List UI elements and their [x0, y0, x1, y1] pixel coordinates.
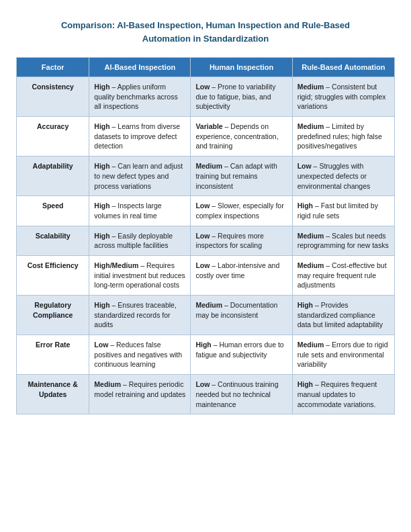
human-cell: Medium – Can adapt with training but rem… [191, 157, 292, 196]
col-header-human: Human Inspection [191, 58, 292, 77]
ai-cell: High – Applies uniform quality benchmark… [89, 77, 191, 117]
factor-cell: Consistency [17, 77, 89, 117]
rule-cell: High – Provides standardized compliance … [292, 296, 394, 335]
ai-cell: High – Can learn and adjust to new defec… [89, 157, 191, 196]
ai-cell: Low – Reduces false positives and negati… [89, 335, 191, 375]
factor-cell: Maintenance &Updates [17, 375, 89, 414]
human-cell: Low – Slower, especially for complex ins… [191, 196, 292, 226]
rule-cell: Low – Struggles with unexpected defects … [292, 157, 394, 196]
factor-cell: Accuracy [17, 117, 89, 157]
human-cell: Low – Prone to variability due to fatigu… [191, 77, 292, 117]
factor-cell: Error Rate [17, 335, 89, 375]
col-header-ai: AI-Based Inspection [89, 58, 191, 77]
human-cell: High – Human errors due to fatigue and s… [191, 335, 292, 375]
rule-cell: High – Fast but limited by rigid rule se… [292, 196, 394, 226]
table-row: Error RateLow – Reduces false positives … [17, 335, 395, 375]
rule-cell: Medium – Consistent but rigid; struggles… [292, 77, 394, 117]
comparison-table: Factor AI-Based Inspection Human Inspect… [16, 57, 395, 414]
col-header-rule: Rule-Based Automation [292, 58, 394, 77]
human-cell: Medium – Documentation may be inconsiste… [191, 296, 292, 335]
table-row: Maintenance &UpdatesMedium – Requires pe… [17, 375, 395, 414]
factor-cell: Scalability [17, 226, 89, 255]
table-row: ScalabilityHigh – Easily deployable acro… [17, 226, 395, 255]
human-cell: Low – Labor-intensive and costly over ti… [191, 255, 292, 295]
table-row: Cost EfficiencyHigh/Medium – Requires in… [17, 255, 395, 295]
table-row: SpeedHigh – Inspects large volumes in re… [17, 196, 395, 226]
table-row: RegulatoryComplianceHigh – Ensures trace… [17, 296, 395, 335]
factor-cell: Adaptability [17, 157, 89, 196]
rule-cell: Medium – Cost-effective but may require … [292, 255, 394, 295]
col-header-factor: Factor [17, 58, 89, 77]
ai-cell: High – Easily deployable across multiple… [89, 226, 191, 255]
page-title: Comparison: AI-Based Inspection, Human I… [16, 19, 395, 45]
ai-cell: High/Medium – Requires initial investmen… [89, 255, 191, 295]
table-row: AdaptabilityHigh – Can learn and adjust … [17, 157, 395, 196]
ai-cell: Medium – Requires periodic model retrain… [89, 375, 191, 414]
human-cell: Low – Continuous training needed but no … [191, 375, 292, 414]
factor-cell: Speed [17, 196, 89, 226]
rule-cell: Medium – Scales but needs reprogramming … [292, 226, 394, 255]
ai-cell: High – Learns from diverse datasets to i… [89, 117, 191, 157]
factor-cell: Cost Efficiency [17, 255, 89, 295]
ai-cell: High – Ensures traceable, standardized r… [89, 296, 191, 335]
table-row: ConsistencyHigh – Applies uniform qualit… [17, 77, 395, 117]
factor-cell: RegulatoryCompliance [17, 296, 89, 335]
ai-cell: High – Inspects large volumes in real ti… [89, 196, 191, 226]
rule-cell: Medium – Errors due to rigid rule sets a… [292, 335, 394, 375]
rule-cell: High – Requires frequent manual updates … [292, 375, 394, 414]
rule-cell: Medium – Limited by predefined rules; hi… [292, 117, 394, 157]
human-cell: Low – Requires more inspectors for scali… [191, 226, 292, 255]
human-cell: Variable – Depends on experience, concen… [191, 117, 292, 157]
table-row: AccuracyHigh – Learns from diverse datas… [17, 117, 395, 157]
